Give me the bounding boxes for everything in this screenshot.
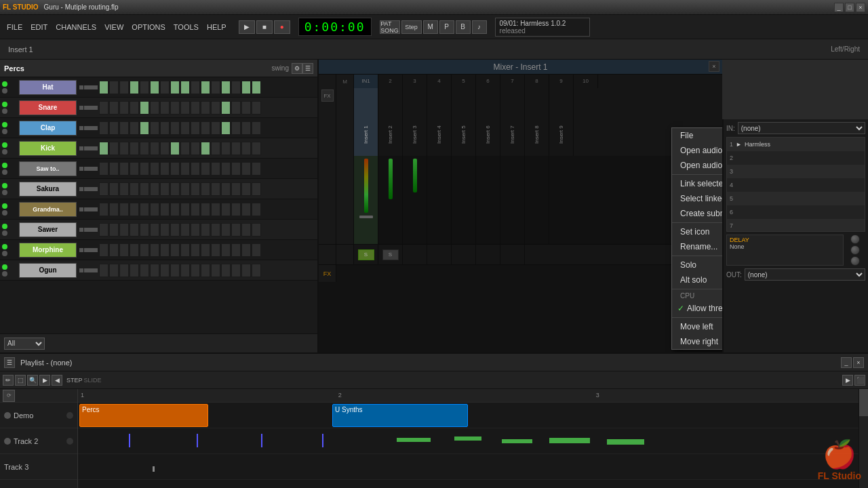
ch-active-morphine[interactable]: [2, 244, 7, 249]
ctx-select-linked-channels[interactable]: Select linked channels Alt+L: [672, 191, 722, 206]
ch-mute-morphine[interactable]: [2, 251, 7, 256]
step-sn-5[interactable]: [140, 101, 149, 115]
filter-select[interactable]: All: [4, 338, 45, 350]
step-sn-1[interactable]: [99, 101, 108, 115]
menu-channels[interactable]: CHANNELS: [52, 22, 100, 33]
ch-vol-sakura[interactable]: [79, 187, 83, 191]
ch-vol-sawer[interactable]: [79, 228, 83, 232]
ctx-file[interactable]: File ▶: [672, 128, 722, 143]
step-sn-11[interactable]: [201, 101, 210, 115]
ch-vol-morphine[interactable]: [79, 248, 83, 252]
ch-active-clap[interactable]: [2, 122, 7, 127]
delay-knob-1[interactable]: [850, 235, 860, 244]
ch-vol-slider-hat[interactable]: [84, 85, 98, 89]
ch-active-saw[interactable]: [2, 163, 7, 168]
step-hat-15[interactable]: [241, 81, 251, 94]
ch-vol-slider-saw[interactable]: [84, 167, 98, 171]
step-hat-11[interactable]: [201, 81, 210, 94]
ch-active-sawer[interactable]: [2, 224, 7, 229]
ch-name-sawer[interactable]: Sawer: [19, 222, 77, 237]
ch-active-grandma[interactable]: [2, 203, 7, 209]
ch-mute-saw[interactable]: [2, 169, 7, 175]
step-hat-13[interactable]: [221, 81, 231, 94]
close-button[interactable]: ×: [856, 3, 865, 12]
ch-vol-slider-sakura[interactable]: [84, 187, 98, 191]
step-sn-16[interactable]: [252, 101, 261, 115]
ch-vol-slider-morphine[interactable]: [84, 248, 98, 252]
step-seq-settings[interactable]: ⚙: [292, 63, 302, 74]
minimize-button[interactable]: _: [834, 3, 844, 12]
step-sn-6[interactable]: [150, 101, 159, 115]
menu-view[interactable]: VIEW: [100, 22, 127, 33]
ch-vol-grandma[interactable]: [79, 207, 83, 211]
mixer-icon[interactable]: M: [423, 20, 438, 34]
step-sn-10[interactable]: [191, 101, 200, 115]
menu-file[interactable]: FILE: [3, 22, 26, 33]
loop-btn[interactable]: ⟳: [3, 390, 15, 402]
ctx-allow-threaded[interactable]: Allow threaded processing: [672, 301, 722, 316]
step-hat-9[interactable]: [180, 81, 190, 94]
ch-active-sakura[interactable]: [2, 183, 7, 188]
step-hat-5[interactable]: [140, 81, 149, 94]
step-sn-13[interactable]: [221, 101, 231, 115]
ch-active-hat[interactable]: [2, 81, 7, 87]
step-hat-12[interactable]: [211, 81, 220, 94]
ch-vol-slider-kick[interactable]: [84, 146, 98, 150]
browser-icon[interactable]: B: [456, 20, 471, 34]
playlist-min-btn[interactable]: _: [841, 357, 852, 368]
ch-mute-kick[interactable]: [2, 149, 7, 155]
in-select[interactable]: (none): [738, 122, 865, 134]
step-sn-4[interactable]: [130, 101, 139, 115]
step-hat-14[interactable]: [231, 81, 241, 94]
delay-knob-2[interactable]: [850, 245, 860, 255]
ch-name-snare[interactable]: Snare: [19, 100, 77, 115]
plugin-icon[interactable]: ♪: [472, 20, 487, 34]
ch-name-morphine[interactable]: Morphine: [19, 243, 77, 258]
ch-vol-slider-sawer[interactable]: [84, 228, 98, 232]
scrollbar-thumb[interactable]: [859, 389, 868, 416]
fx-slot-1[interactable]: ►: [736, 141, 742, 148]
ch-vol-slider-grandma[interactable]: [84, 207, 98, 211]
ch-active-kick[interactable]: [2, 142, 7, 148]
ch-name-clap[interactable]: Clap: [19, 121, 77, 136]
delay-knob-3[interactable]: [850, 256, 860, 266]
ctx-open-audio-editor[interactable]: Open audio editor Ctrl+E: [672, 143, 722, 158]
step-sn-8[interactable]: [170, 101, 180, 115]
ctx-set-icon[interactable]: Set icon ▶: [672, 224, 722, 239]
ch-name-saw[interactable]: Saw to..: [19, 161, 77, 176]
step-hat-3[interactable]: [119, 81, 129, 94]
piano-roll-icon[interactable]: P: [439, 20, 454, 34]
stop-button[interactable]: ■: [256, 20, 273, 34]
ch-mute-grandma[interactable]: [2, 210, 7, 216]
ch-vol-snare[interactable]: [79, 106, 83, 110]
ch-name-sakura[interactable]: Sakura: [19, 182, 77, 197]
step-hat-8[interactable]: [170, 81, 180, 94]
step-sn-15[interactable]: [241, 101, 251, 115]
select-tool[interactable]: ⬚: [15, 375, 26, 386]
ch-active-snare[interactable]: [2, 102, 7, 107]
scroll-btn[interactable]: ▶: [842, 375, 853, 386]
record-button[interactable]: ●: [274, 20, 290, 34]
step-sn-7[interactable]: [160, 101, 170, 115]
zoom-tool[interactable]: 🔍: [27, 375, 38, 386]
ctx-open-audio-logger[interactable]: Open audio logger Shift+E: [672, 158, 722, 173]
ctx-alt-solo[interactable]: Alt solo Alt+S: [672, 272, 722, 287]
ctx-link-selected-channels[interactable]: Link selected channels ▶: [672, 176, 722, 191]
ch-vol-ogun[interactable]: [79, 268, 83, 272]
step-sn-14[interactable]: [231, 101, 241, 115]
ctx-rename[interactable]: Rename... F2: [672, 239, 722, 254]
maximize-button[interactable]: □: [845, 3, 854, 12]
pl-block-usynths[interactable]: U Synths: [332, 404, 468, 427]
menu-help[interactable]: HELP: [203, 22, 231, 33]
step-hat-7[interactable]: [160, 81, 170, 94]
ctx-move-right[interactable]: Move right Alt+Right: [672, 334, 722, 349]
expand-btn[interactable]: ⬛: [854, 375, 865, 386]
step-hat-16[interactable]: [252, 81, 261, 94]
step-hat-1[interactable]: [99, 81, 108, 94]
step-hat-2[interactable]: [109, 81, 119, 94]
step-sn-12[interactable]: [211, 101, 220, 115]
ctx-create-submix[interactable]: Create submix to ▶: [672, 206, 722, 221]
pl-block-percs[interactable]: Percs: [79, 404, 208, 427]
ch-name-kick[interactable]: Kick: [19, 141, 77, 156]
ch-mute-sakura[interactable]: [2, 190, 7, 195]
